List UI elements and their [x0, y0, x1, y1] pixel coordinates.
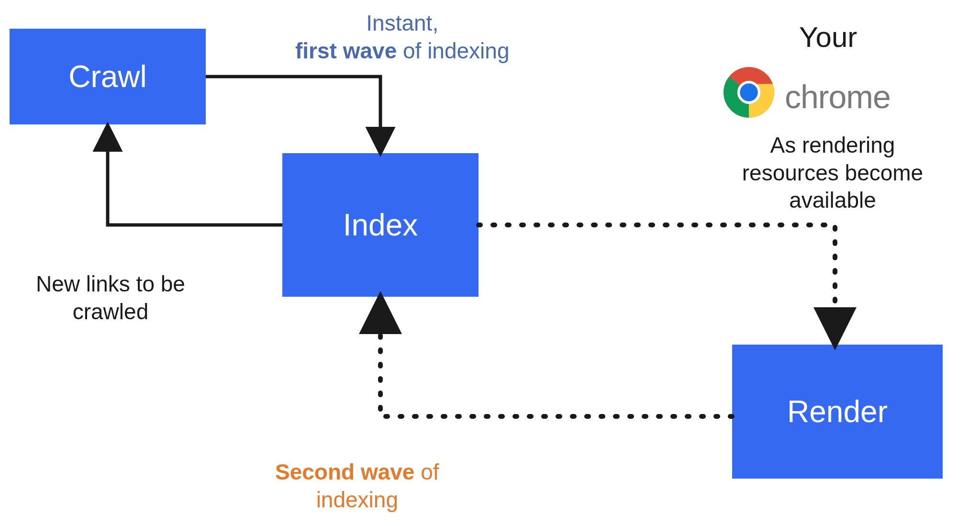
edge-crawl-to-index — [206, 77, 380, 150]
label-first-wave: Instant, first wave of indexing — [295, 10, 510, 65]
label-chrome: chrome — [785, 77, 891, 117]
edge-index-to-render — [479, 225, 835, 341]
new-links-line2: crawled — [73, 299, 149, 324]
rendering-line1: As rendering — [770, 133, 895, 157]
rendering-line2: resources become — [742, 160, 923, 185]
svg-point-3 — [740, 83, 757, 101]
node-render-label: Render — [787, 394, 888, 429]
rendering-line3: available — [789, 188, 876, 213]
second-wave-bold: Second wave — [275, 459, 414, 484]
node-index-label: Index — [343, 207, 418, 243]
edge-render-to-index — [380, 301, 732, 416]
label-rendering-resources: As rendering resources become available — [732, 132, 933, 214]
label-new-links: New links to be crawled — [36, 270, 185, 325]
new-links-line1: New links to be — [36, 271, 185, 296]
first-wave-bold: first wave — [295, 38, 397, 63]
label-your: Your — [799, 19, 857, 55]
node-crawl-label: Crawl — [68, 59, 147, 94]
node-crawl: Crawl — [10, 29, 206, 124]
first-wave-after: of indexing — [397, 38, 509, 63]
node-render: Render — [732, 345, 943, 479]
second-wave-after: of — [414, 459, 439, 484]
node-index: Index — [282, 153, 479, 297]
edge-index-to-crawl — [108, 128, 282, 225]
second-wave-line2: indexing — [316, 487, 398, 512]
chrome-icon — [723, 66, 775, 119]
first-wave-line1: Instant, — [366, 11, 438, 35]
label-second-wave: Second wave of indexing — [275, 459, 439, 514]
